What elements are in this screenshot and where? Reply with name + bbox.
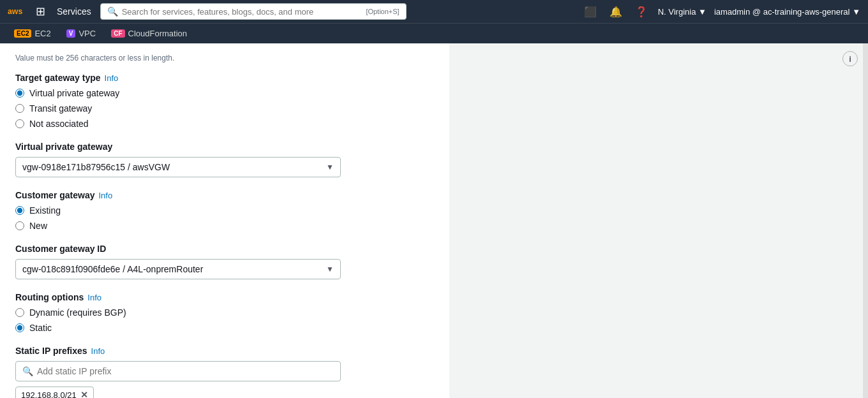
- static-ip-search-icon: 🔍: [22, 366, 33, 376]
- customer-gateway-label: Customer gateway Info: [15, 190, 434, 200]
- vgw-dropdown-arrow: ▼: [326, 163, 334, 172]
- vpc-nav-item[interactable]: V VPC: [60, 26, 102, 41]
- scrollbar[interactable]: [863, 43, 868, 398]
- static-ip-prefixes-label: Static IP prefixes Info: [15, 346, 434, 356]
- customer-gateway-section: Customer gateway Info Existing New: [15, 190, 434, 231]
- radio-static-routing[interactable]: Static: [15, 323, 434, 333]
- region-dropdown-icon: ▼: [698, 7, 707, 17]
- nav-right: ⬛ 🔔 ❓ N. Virginia ▼ iamadmin @ ac-traini…: [581, 3, 860, 20]
- grid-icon[interactable]: ⊞: [33, 2, 48, 21]
- cgw-dropdown-value: cgw-018c891f0906fde6e / A4L-onpremRouter: [22, 264, 203, 274]
- ec2-nav-label: EC2: [34, 29, 50, 38]
- cloudformation-nav-label: CloudFormation: [128, 29, 188, 38]
- search-bar: 🔍 [Option+S]: [100, 3, 407, 20]
- radio-notassoc-input[interactable]: [15, 119, 24, 128]
- radio-vgw-label: Virtual private gateway: [29, 88, 119, 98]
- target-gateway-type-section: Target gateway type Info Virtual private…: [15, 73, 434, 129]
- account-selector[interactable]: iamadmin @ ac-training-aws-general ▼: [714, 7, 860, 17]
- ip-prefix-tag: 192.168.8.0/21 ✕: [15, 387, 94, 398]
- virtual-private-gateway-label: Virtual private gateway: [15, 142, 434, 152]
- search-icon: 🔍: [107, 6, 118, 17]
- account-label: iamadmin @ ac-training-aws-general: [714, 7, 850, 17]
- radio-not-associated[interactable]: Not associated: [15, 119, 434, 129]
- vpc-badge: V: [66, 29, 76, 38]
- customer-gateway-id-dropdown[interactable]: cgw-018c891f0906fde6e / A4L-onpremRouter…: [15, 259, 341, 279]
- routing-options-radio-group: Dynamic (requires BGP) Static: [15, 307, 434, 333]
- radio-new-input[interactable]: [15, 221, 24, 230]
- radio-existing-label: Existing: [29, 205, 61, 216]
- content-panel: Value must be 256 characters or less in …: [0, 43, 449, 398]
- customer-gateway-info[interactable]: Info: [98, 191, 112, 200]
- radio-dynamic-input[interactable]: [15, 308, 24, 317]
- routing-options-label: Routing options Info: [15, 292, 434, 302]
- static-ip-prefixes-search[interactable]: 🔍: [15, 361, 341, 381]
- cgw-dropdown-arrow: ▼: [326, 265, 334, 274]
- target-gateway-type-radio-group: Virtual private gateway Transit gateway …: [15, 88, 434, 129]
- info-icon[interactable]: i: [842, 51, 858, 66]
- top-nav: aws ⊞ Services 🔍 [Option+S] ⬛ 🔔 ❓ N. Vir…: [0, 0, 868, 23]
- routing-options-section: Routing options Info Dynamic (requires B…: [15, 292, 434, 333]
- customer-gateway-id-dropdown-wrapper: cgw-018c891f0906fde6e / A4L-onpremRouter…: [15, 259, 434, 279]
- search-shortcut: [Option+S]: [366, 8, 399, 15]
- target-gateway-type-label: Target gateway type Info: [15, 73, 434, 83]
- radio-virtual-private-gateway[interactable]: Virtual private gateway: [15, 88, 434, 98]
- value-hint: Value must be 256 characters or less in …: [15, 54, 434, 63]
- right-panel: i: [449, 43, 868, 398]
- radio-tgw-input[interactable]: [15, 104, 24, 113]
- aws-logo[interactable]: aws: [8, 6, 26, 17]
- svg-text:aws: aws: [8, 7, 22, 16]
- static-ip-prefixes-tags: 192.168.8.0/21 ✕: [15, 381, 434, 398]
- static-ip-prefixes-info[interactable]: Info: [91, 346, 105, 356]
- radio-tgw-label: Transit gateway: [29, 103, 92, 114]
- radio-dynamic-label: Dynamic (requires BGP): [29, 307, 126, 318]
- region-selector[interactable]: N. Virginia ▼: [658, 7, 707, 17]
- vpc-nav-label: VPC: [79, 29, 96, 38]
- radio-static-label: Static: [29, 323, 52, 333]
- account-dropdown-icon: ▼: [852, 7, 860, 17]
- static-ip-prefixes-section: Static IP prefixes Info 🔍 192.168.8.0/21…: [15, 346, 434, 398]
- terminal-icon[interactable]: ⬛: [581, 3, 599, 20]
- ip-prefix-tag-close[interactable]: ✕: [80, 390, 88, 398]
- radio-transit-gateway[interactable]: Transit gateway: [15, 103, 434, 114]
- virtual-private-gateway-dropdown-wrapper: vgw-0918e171b87956c15 / awsVGW ▼: [15, 157, 434, 177]
- ec2-nav-item[interactable]: EC2 EC2: [8, 26, 57, 41]
- ip-prefix-tag-value: 192.168.8.0/21: [21, 390, 77, 399]
- region-label: N. Virginia: [658, 7, 696, 17]
- virtual-private-gateway-section: Virtual private gateway vgw-0918e171b879…: [15, 142, 434, 177]
- help-icon[interactable]: ❓: [632, 3, 650, 20]
- radio-existing-input[interactable]: [15, 206, 24, 215]
- search-input[interactable]: [122, 7, 363, 17]
- ec2-badge: EC2: [14, 29, 31, 38]
- static-ip-prefix-input[interactable]: [37, 366, 334, 376]
- cloudformation-nav-item[interactable]: CF CloudFormation: [105, 26, 193, 41]
- virtual-private-gateway-dropdown[interactable]: vgw-0918e171b87956c15 / awsVGW ▼: [15, 157, 341, 177]
- radio-static-input[interactable]: [15, 323, 24, 332]
- routing-options-info[interactable]: Info: [87, 293, 101, 302]
- services-button[interactable]: Services: [53, 4, 95, 19]
- radio-new-label: New: [29, 221, 47, 231]
- radio-vgw-input[interactable]: [15, 89, 24, 98]
- radio-existing-cgw[interactable]: Existing: [15, 205, 434, 216]
- target-gateway-type-info[interactable]: Info: [105, 73, 119, 83]
- customer-gateway-id-section: Customer gateway ID cgw-018c891f0906fde6…: [15, 244, 434, 279]
- radio-dynamic-routing[interactable]: Dynamic (requires BGP): [15, 307, 434, 318]
- vgw-dropdown-value: vgw-0918e171b87956c15 / awsVGW: [22, 162, 170, 172]
- radio-new-cgw[interactable]: New: [15, 221, 434, 231]
- customer-gateway-id-label: Customer gateway ID: [15, 244, 434, 254]
- main-layout: Value must be 256 characters or less in …: [0, 43, 868, 398]
- bell-icon[interactable]: 🔔: [607, 3, 625, 20]
- cf-badge: CF: [111, 29, 124, 38]
- customer-gateway-radio-group: Existing New: [15, 205, 434, 231]
- secondary-nav: EC2 EC2 V VPC CF CloudFormation: [0, 23, 868, 43]
- radio-notassoc-label: Not associated: [29, 119, 89, 129]
